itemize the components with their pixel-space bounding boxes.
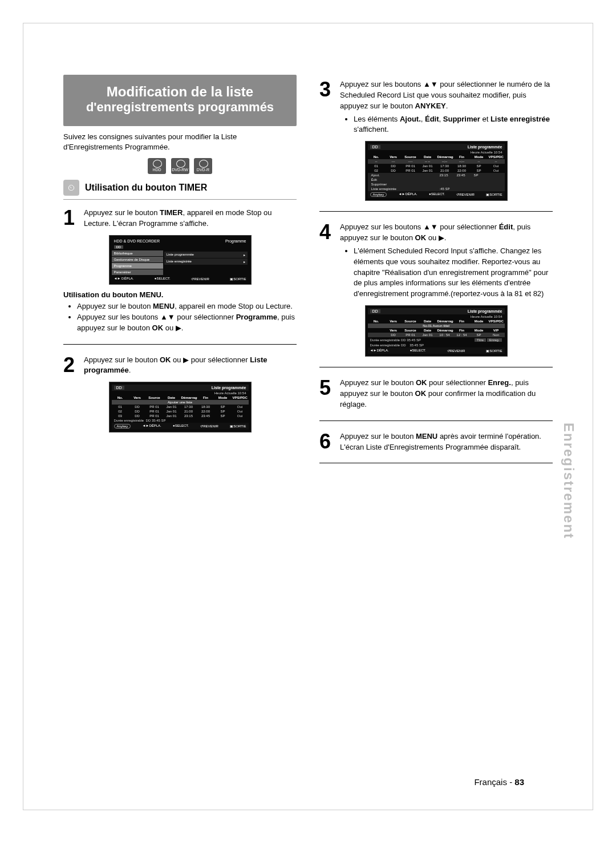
- step-number-4: 4: [319, 222, 335, 300]
- tvmenu-top-left: HDD & DVD RECORDER: [114, 239, 160, 243]
- section-title-timer: Utilisation du bouton TIMER: [85, 183, 207, 193]
- tv4-btn-titre: Titre: [475, 338, 486, 342]
- side-tab: Enregistrement: [561, 423, 577, 539]
- arrow-icon: ▸: [244, 260, 245, 264]
- intro-text: Suivez les consignes suivantes pour modi…: [63, 132, 297, 152]
- ctx-liste-enr: Liste enregistrée:45 SP: [368, 187, 505, 191]
- tvmenu-parametrer: Paramétrer: [112, 269, 163, 275]
- step4-bullet: L'élément Scheduled Record Input s'affic…: [354, 246, 553, 300]
- tv2-note-val: DD 35:45 SP: [146, 419, 166, 422]
- tv4-mid: No.01 Aucun titiel: [368, 324, 505, 328]
- tv4-h2: VersSourceDateDémarrageFinModeV/P: [368, 328, 505, 333]
- dvd-rw-icon: DVD-RW: [171, 158, 189, 174]
- tvmenu-dd: DD: [114, 245, 124, 249]
- tvmenu-foot-revenir: ↺REVENIR: [191, 277, 209, 281]
- tv3-headers: No.VersSourceDateDémarrageFinModeVPS/PDC: [368, 155, 505, 159]
- tv3-dd: DD: [370, 145, 380, 149]
- tv4-dd: DD: [370, 309, 380, 313]
- tv2-headers: No.VersSourceDateDémarrageFinModeVPS/PDC: [112, 395, 249, 400]
- tv3-title: Liste programmée: [468, 145, 502, 149]
- tv4-headers: No.VersSourceDateDémarrageFinModeVPS/PDC: [368, 319, 505, 324]
- step-4: 4 Appuyez sur les boutons ▲▼ pour sélect…: [319, 222, 553, 300]
- left-column: Modification de la liste d'enregistremen…: [63, 75, 297, 474]
- tvmenu-bibliotheque: Bibliothèque: [112, 250, 163, 256]
- page-footer: Français - 83: [474, 777, 524, 787]
- tvmenu-foot-select: ●SELECT.: [155, 277, 171, 281]
- tvmenu-gestionnaire: Gestionnaire de Disque: [112, 257, 163, 262]
- step-2: 2 Appuyez sur le bouton OK ou ▶ pour sél…: [63, 355, 297, 377]
- tv4-btn-enreg: Enreg.: [487, 338, 502, 342]
- tv2-anykey: Anykey: [114, 424, 131, 428]
- tvmenu-foot-sortie: ▣SORTIE: [230, 277, 246, 281]
- table-row: 02DDPR 01Jan 0121:0022:00SPOui: [112, 409, 249, 414]
- page-title-box: Modification de la liste d'enregistremen…: [63, 75, 297, 126]
- tv4-title: Liste programmée: [468, 309, 502, 313]
- right-column: 3 Appuyez sur les boutons ▲▼ pour sélect…: [319, 75, 553, 474]
- tv2-note-label: Durée enregistrable: [114, 419, 144, 422]
- manual-page: Modification de la liste d'enregistremen…: [23, 23, 593, 810]
- tvmenu-programme: Programme: [112, 263, 163, 269]
- timer-icon: ⏲: [63, 180, 79, 196]
- ctx-ajout: Ajout.23:1523:45SP: [368, 173, 505, 177]
- step1-text: Appuyez sur le bouton: [84, 208, 160, 217]
- step-number-2: 2: [63, 355, 79, 377]
- hdd-icon: HDD: [148, 158, 166, 174]
- table-row: DDPR 01Jan 0110 : 5412 : 54SPNon: [368, 333, 505, 337]
- menu-bullet-1: Appuyez sur le bouton MENU, appareil en …: [77, 301, 297, 312]
- table-row: 01DDPR 01Jan 0117:3018:30SPOui: [368, 164, 505, 168]
- tv2-sub: Heure Actuelle 10:54: [112, 391, 249, 395]
- tvmenu-top-right: Programme: [225, 239, 246, 243]
- step1-bold: TIMER: [160, 208, 183, 217]
- tv-screenshot-context: DDListe programmée Heure Actuelle 10:54 …: [365, 141, 508, 201]
- tv2-title: Liste programmée: [212, 386, 246, 390]
- tv3-anykey: Anykey: [370, 192, 387, 197]
- step3-bullet: Les éléments Ajout., Édit, Supprimer et …: [354, 114, 553, 136]
- tvmenu-foot-depla: ◄► DÉPLA.: [114, 277, 134, 281]
- ctx-supprimer: Supprimer: [368, 182, 505, 187]
- tvmenu-liste-prog: Liste programmée: [167, 253, 194, 257]
- dvd-r-icon: DVD-R: [194, 158, 212, 174]
- step-number-3: 3: [319, 79, 335, 135]
- tv-screenshot-list: DDListe programmée Heure Actuelle 10:54 …: [109, 382, 252, 432]
- step-number-1: 1: [63, 208, 79, 229]
- step-3: 3 Appuyez sur les boutons ▲▼ pour sélect…: [319, 79, 553, 135]
- tv2-dd: DD: [114, 386, 124, 390]
- arrow-icon: ▸: [244, 253, 245, 257]
- table-row: 03DDPR 01Jan 0123:1523:45SPOui: [112, 414, 249, 418]
- table-row: 02DDPR 01Jan 0121:0022:00SPOui: [368, 168, 505, 173]
- menu-bullet-2: Appuyez sur les boutons ▲▼ pour sélectio…: [77, 312, 297, 334]
- title-line-2: d'enregistrements programmés: [68, 100, 292, 115]
- title-line-1: Modification de la liste: [68, 84, 292, 100]
- subhead-menu: Utilisation du bouton MENU.: [63, 290, 297, 299]
- tv3-sub: Heure Actuelle 10:54: [368, 150, 505, 155]
- tv-screenshot-menu: HDD & DVD RECORDER Programme DD Biblioth…: [109, 235, 252, 285]
- table-row: ----------- ----:----:------: [368, 159, 505, 164]
- step-number-5: 5: [319, 378, 335, 410]
- tv-screenshot-edit: DDListe programmée Heure Actuelle 10:54 …: [365, 305, 508, 357]
- ctx-edit: Édit: [368, 177, 505, 182]
- step-6: 6 Appuyez sur le bouton MENU après avoir…: [319, 431, 553, 453]
- step-5: 5 Appuyez sur le bouton OK pour sélectio…: [319, 378, 553, 410]
- disc-icons: HDD DVD-RW DVD-R: [63, 158, 297, 174]
- step-1: 1 Appuyez sur le bouton TIMER, appareil …: [63, 208, 297, 229]
- tvmenu-liste-enr: Liste enregistrée: [167, 260, 192, 264]
- tv2-midbar: Ajouter une liste: [112, 400, 249, 405]
- table-row: 01DDPR 01Jan 0117:3018:30SPOui: [112, 405, 249, 409]
- tv4-sub: Heure Actuelle 10:54: [368, 314, 505, 319]
- step-number-6: 6: [319, 431, 335, 453]
